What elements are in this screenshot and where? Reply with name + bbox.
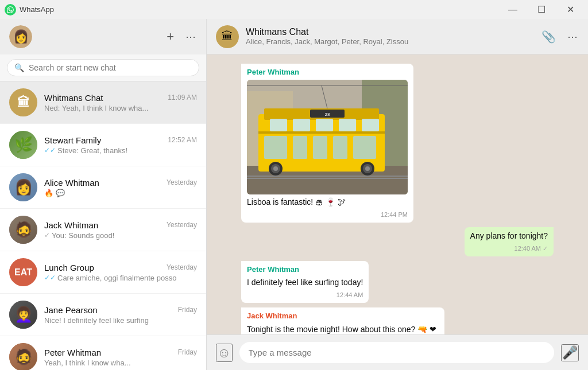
message-time: 12:40 AM ✓ (470, 244, 548, 253)
message-input-bar: ☺ 🎤 (207, 334, 588, 370)
svg-rect-12 (264, 136, 287, 159)
chat-name: Whitmans Chat (44, 93, 103, 103)
chat-name: Jack Whitman (44, 220, 98, 230)
chat-item-jane[interactable]: 👩‍🦱 Jane Pearson Friday Nice! I definite… (0, 294, 206, 336)
avatar-image: 👩 (9, 25, 32, 48)
chat-preview: Yeah, I think I know wha... (44, 359, 197, 367)
double-check-icon: ✓✓ (44, 146, 56, 154)
message-bubble: Jack Whitman Tonight is the movie night!… (241, 307, 444, 334)
chat-item-alice[interactable]: 👩 Alice Whitman Yesterday 🔥 💬 (0, 166, 206, 209)
chat-info-lunch: Lunch Group Yesterday ✓✓ Care amiche, og… (44, 263, 197, 282)
svg-text:28: 28 (325, 112, 330, 117)
svg-rect-9 (339, 119, 356, 131)
chat-preview: Ned: Yeah, I think I know wha... (44, 104, 197, 112)
chat-avatar-alice: 👩 (9, 173, 37, 201)
svg-rect-14 (313, 136, 327, 159)
avatar-image: 🌿 (9, 131, 37, 159)
chat-info-peter: Peter Whitman Friday Yeah, I think I kno… (44, 348, 197, 367)
sidebar: 👩 + ⋯ 🔍 🏛 Whitmans Cha (0, 19, 207, 370)
message-time: 12:44 PM (247, 211, 408, 219)
search-icon: 🔍 (14, 63, 24, 72)
chat-info-jane: Jane Pearson Friday Nice! I definitely f… (44, 305, 197, 325)
preview-text: Steve: Great, thanks! (57, 146, 127, 155)
avatar-image: 👩 (9, 173, 37, 201)
message-time: 12:44 AM (247, 291, 363, 299)
group-avatar: 🏛 (216, 25, 239, 48)
chat-item-peter[interactable]: 🧔 Peter Whitman Friday Yeah, I think I k… (0, 336, 206, 370)
message-bubble: Peter Whitman (241, 64, 413, 223)
svg-rect-8 (316, 119, 333, 131)
svg-rect-6 (270, 119, 287, 131)
search-input-wrapper: 🔍 (7, 59, 199, 76)
window-controls: — ☐ ✕ (500, 0, 583, 19)
chat-info-alice: Alice Whitman Yesterday 🔥 💬 (44, 178, 197, 197)
preview-text: 🔥 💬 (44, 189, 65, 197)
attachment-button[interactable]: 📎 (541, 30, 556, 44)
chat-preview: 🔥 💬 (44, 189, 197, 197)
message-text: Lisboa is fantastic! 🏟 🍷 🕊 (247, 197, 408, 208)
search-input[interactable] (29, 63, 192, 72)
preview-text: Care amiche, oggi finalmente posso (57, 274, 176, 282)
new-chat-button[interactable]: + (167, 29, 174, 44)
chat-header-members: Alice, Francis, Jack, Margot, Peter, Roy… (246, 37, 535, 46)
double-check-icon: ✓✓ (44, 274, 56, 282)
chat-info-whitmans: Whitmans Chat 11:09 AM Ned: Yeah, I thin… (44, 93, 197, 112)
chat-item-jack[interactable]: 🧔 Jack Whitman Yesterday ✓ You: Sounds g… (0, 209, 206, 251)
chat-menu-button[interactable]: ⋯ (567, 30, 579, 44)
message-input[interactable] (239, 342, 554, 363)
message-sender: Peter Whitman (247, 67, 408, 77)
chat-item-whitmans[interactable]: 🏛 Whitmans Chat 11:09 AM Ned: Yeah, I th… (0, 81, 206, 124)
svg-rect-10 (362, 119, 379, 131)
preview-text: You: Sounds good! (52, 231, 114, 240)
sidebar-header-actions: + ⋯ (167, 29, 197, 44)
close-button[interactable]: ✕ (557, 0, 583, 19)
chat-info-stewart: Stewart Family 12:52 AM ✓✓ Steve: Great,… (44, 135, 197, 155)
chat-avatar-peter: 🧔 (9, 343, 37, 370)
group-avatar-icon: 🏛 (222, 30, 233, 43)
chat-time: Yesterday (167, 221, 197, 229)
chat-name: Jane Pearson (44, 305, 98, 315)
emoji-button[interactable]: ☺ (216, 344, 233, 362)
mic-button[interactable]: 🎤 (561, 344, 579, 361)
maximize-button[interactable]: ☐ (528, 0, 555, 19)
chat-preview: Nice! I definitely feel like surfing (44, 316, 197, 325)
app-logo (5, 4, 16, 15)
minimize-button[interactable]: — (500, 0, 526, 19)
main-layout: 👩 + ⋯ 🔍 🏛 Whitmans Cha (0, 19, 588, 370)
search-bar: 🔍 (0, 54, 206, 81)
sent-check-icon: ✓ (543, 244, 548, 253)
chat-time: 12:52 AM (168, 136, 197, 144)
chat-header-actions: 📎 ⋯ (541, 30, 579, 44)
message-sender: Jack Whitman (247, 311, 439, 321)
chat-preview: ✓✓ Care amiche, oggi finalmente posso (44, 274, 197, 282)
chat-item-lunch[interactable]: EAT Lunch Group Yesterday ✓✓ Care amiche… (0, 251, 206, 294)
chat-avatar-stewart: 🌿 (9, 131, 37, 159)
chat-header-name: Whitmans Chat (246, 27, 535, 37)
chat-preview: ✓ You: Sounds good! (44, 231, 197, 240)
chat-name-row: Jack Whitman Yesterday (44, 220, 197, 230)
chat-time: Yesterday (167, 263, 197, 271)
message-bubble: Any plans for tonight? 12:40 AM ✓ (465, 227, 554, 256)
message-text: I definitely feel like surfing today! (247, 277, 363, 289)
menu-button[interactable]: ⋯ (185, 29, 197, 44)
chat-name: Peter Whitman (44, 348, 101, 357)
chat-avatar-lunch: EAT (9, 258, 37, 286)
app-title: WhatsApp (20, 5, 500, 14)
single-check-icon: ✓ (44, 231, 50, 239)
avatar-image: 👩‍🦱 (9, 301, 37, 329)
lunch-avatar-text: EAT (14, 267, 32, 278)
message-jack-movie: Jack Whitman Tonight is the movie night!… (241, 307, 444, 334)
svg-rect-15 (333, 136, 347, 159)
title-bar: WhatsApp — ☐ ✕ (0, 0, 588, 19)
chat-item-stewart[interactable]: 🌿 Stewart Family 12:52 AM ✓✓ Steve: Grea… (0, 124, 206, 166)
chat-name: Stewart Family (44, 135, 101, 145)
chat-preview: ✓✓ Steve: Great, thanks! (44, 146, 197, 155)
user-avatar[interactable]: 👩 (9, 25, 32, 48)
whatsapp-logo-icon (6, 6, 14, 14)
message-peter-image: Peter Whitman (241, 64, 413, 223)
message-image: 28 (247, 80, 408, 194)
chat-list: 🏛 Whitmans Chat 11:09 AM Ned: Yeah, I th… (0, 81, 206, 370)
svg-point-19 (273, 166, 278, 171)
chat-name-row: Alice Whitman Yesterday (44, 178, 197, 188)
chat-name-row: Stewart Family 12:52 AM (44, 135, 197, 145)
